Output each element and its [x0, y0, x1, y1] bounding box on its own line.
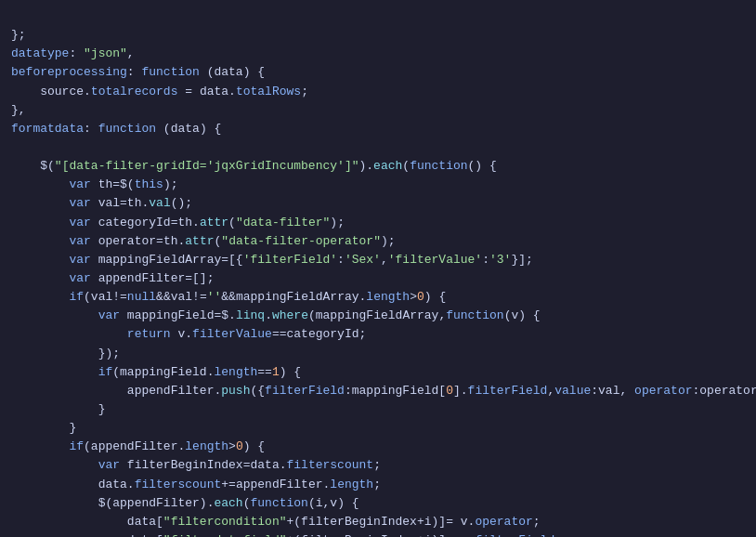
line-16: var mappingField=$.linq.where(mappingFie… — [11, 308, 541, 322]
line-8: $("[data-filter-gridId='jqxGridIncumbenc… — [11, 159, 497, 173]
line-20: appendFilter.push({filterField:mappingFi… — [11, 384, 756, 398]
line-10: var val=th.val(); — [11, 196, 192, 210]
line-19: if(mappingField.length==1) { — [11, 365, 301, 379]
line-28: data["filterdatafield"+(filterBeginIndex… — [11, 533, 562, 537]
line-18: }); — [11, 347, 120, 360]
line-14: var appendFilter=[]; — [11, 271, 214, 285]
line-24: var filterBeginIndex=data.filterscount; — [11, 458, 381, 472]
line-21: } — [11, 402, 105, 416]
line-22: } — [11, 421, 76, 435]
line-17: return v.filterValue==categoryId; — [11, 327, 366, 341]
line-25: data.filterscount+=appendFilter.length; — [11, 478, 381, 491]
line-6: formatdata: function (data) { — [11, 122, 221, 136]
line-26: $(appendFilter).each(function(i,v) { — [11, 496, 359, 510]
line-1: }; — [11, 28, 26, 42]
code-editor: }; datatype: "json", beforeprocessing: f… — [11, 7, 745, 537]
line-27: data["filtercondition"+(filterBeginIndex… — [11, 515, 541, 529]
line-23: if(appendFilter.length>0) { — [11, 439, 265, 453]
line-11: var categoryId=th.attr("data-filter"); — [11, 216, 345, 229]
line-15: if(val!=null&&val!=''&&mappingFieldArray… — [11, 290, 446, 304]
line-12: var operator=th.attr("data-filter-operat… — [11, 234, 396, 248]
line-2: datatype: "json", — [11, 46, 135, 60]
line-9: var th=$(this); — [11, 177, 177, 191]
line-5: }, — [11, 103, 26, 117]
line-3: beforeprocessing: function (data) { — [11, 65, 265, 79]
line-4: source.totalrecords = data.totalRows; — [11, 85, 308, 98]
line-13: var mappingFieldArray=[{'filterField':'S… — [11, 253, 533, 267]
